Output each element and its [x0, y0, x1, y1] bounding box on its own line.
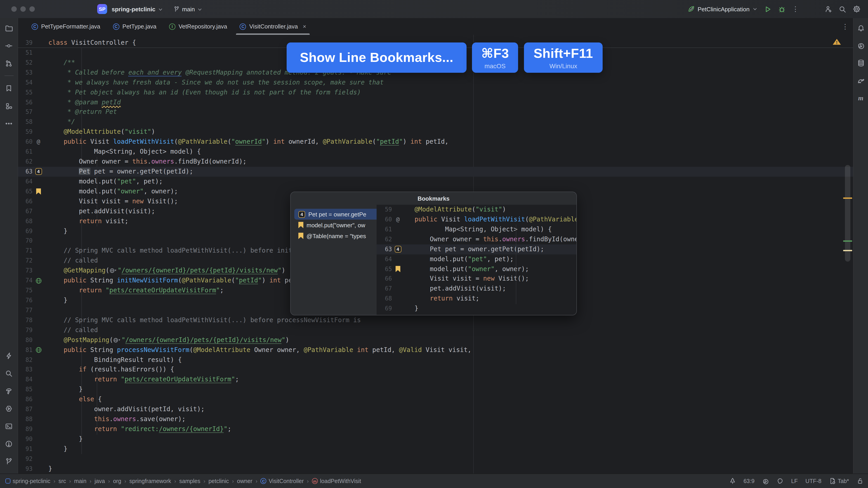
line-number[interactable]: 66 [377, 274, 392, 284]
line-number[interactable]: 68 [377, 294, 392, 304]
bookmark-mnemonic-4-icon[interactable]: 4 [395, 246, 401, 253]
pine-tree-status-icon[interactable] [729, 478, 736, 484]
window-zoom-button[interactable] [29, 6, 35, 12]
code-line-85[interactable]: 85} [18, 385, 853, 395]
ai-status-widget[interactable] [762, 478, 769, 484]
notifications-tool-button[interactable] [855, 21, 867, 34]
code-line-57[interactable]: 57* @return Pet [18, 107, 853, 117]
line-number[interactable]: 74 [18, 275, 33, 286]
code-line-78[interactable]: 78// Spring MVC calls method loadPetWith… [18, 315, 853, 325]
run-button[interactable] [764, 5, 772, 13]
breadcrumb-java[interactable]: java [94, 478, 105, 484]
tab-visitcontroller-java[interactable]: CVisitController.java× [234, 18, 313, 35]
code-line-93[interactable]: 93} [18, 464, 853, 474]
line-number[interactable]: 88 [18, 414, 33, 424]
bookmarks-tool-button[interactable] [2, 82, 15, 94]
line-number[interactable]: 91 [18, 444, 33, 454]
line-number[interactable]: 69 [377, 304, 392, 314]
line-number[interactable]: 64 [377, 254, 392, 264]
breadcrumb-spring-petclinic[interactable]: spring-petclinic [5, 478, 51, 484]
line-number[interactable]: 85 [18, 385, 33, 395]
url-mapping-gutter-icon[interactable] [33, 275, 44, 286]
bookmark-flag-icon[interactable] [395, 266, 400, 272]
breadcrumb-petclinic[interactable]: petclinic [209, 478, 229, 484]
tab-pettypeformatter-java[interactable]: CPetTypeFormatter.java [25, 18, 107, 35]
structure-tool-button[interactable] [2, 99, 15, 112]
bookmark-list-item[interactable]: @Table(name = "types [294, 230, 377, 241]
line-number[interactable]: 86 [18, 394, 33, 404]
code-line-63[interactable]: 634Pet pet = owner.getPet(petId); [377, 244, 577, 254]
tab-options-button[interactable]: ⋮ [842, 18, 848, 35]
plugin-status-widget[interactable] [777, 478, 783, 484]
endpoints-tool-button[interactable] [2, 349, 15, 362]
line-separator-widget[interactable]: LF [791, 478, 798, 484]
line-number[interactable]: 59 [377, 205, 392, 215]
code-line-58[interactable]: 58*/ [18, 117, 853, 127]
line-number[interactable]: 64 [18, 177, 33, 187]
maven-tool-button[interactable]: m [855, 92, 867, 104]
code-line-62[interactable]: 62Owner owner = this.owners.findById(own… [18, 157, 853, 167]
line-number[interactable]: 80 [18, 335, 33, 345]
code-line-81[interactable]: 81public String processNewVisitForm(@Mod… [18, 345, 853, 355]
tab-vetrepository-java[interactable]: IVetRepository.java [163, 18, 234, 35]
line-number[interactable]: 54 [18, 77, 33, 88]
ai-assistant-tool-button[interactable] [855, 39, 867, 52]
code-line-54[interactable]: 54* we always have fresh data - Since we… [18, 77, 853, 88]
debug-button[interactable] [778, 5, 786, 13]
line-number[interactable]: 58 [18, 117, 33, 127]
code-line-69[interactable]: 69} [377, 304, 577, 314]
project-selector[interactable]: spring-petclinic [112, 6, 163, 12]
window-minimize-button[interactable] [20, 6, 26, 12]
code-line-56[interactable]: 56* @param petId [18, 97, 853, 107]
breadcrumb-springframework[interactable]: springframework [129, 478, 171, 484]
code-line-68[interactable]: 68return visit; [377, 294, 577, 304]
line-number[interactable]: 66 [18, 197, 33, 206]
more-tool-windows-button[interactable] [2, 117, 15, 130]
bookmark-list-item[interactable]: 4Pet pet = owner.getPe [294, 209, 377, 220]
line-number[interactable]: 65 [377, 264, 392, 274]
code-line-84[interactable]: 84return "pets/createOrUpdateVisitForm"; [18, 375, 853, 385]
window-close-button[interactable] [11, 6, 17, 12]
breadcrumb-owner[interactable]: owner [237, 478, 252, 484]
line-number[interactable]: 78 [18, 315, 33, 325]
code-line-64[interactable]: 64model.put("pet", pet); [18, 177, 853, 187]
line-number[interactable]: 70 [18, 236, 33, 246]
breadcrumb-visitcontroller[interactable]: CVisitController [260, 478, 304, 484]
breadcrumb-main[interactable]: main [74, 478, 86, 484]
commit-tool-button[interactable] [2, 39, 15, 52]
code-line-65[interactable]: 65model.put("owner", owner); [377, 264, 577, 274]
code-line-79[interactable]: 79// called [18, 325, 853, 335]
code-line-86[interactable]: 86else { [18, 394, 853, 404]
line-number[interactable]: 73 [18, 266, 33, 275]
code-line-87[interactable]: 87owner.addVisit(petId, visit); [18, 404, 853, 414]
line-number[interactable]: 53 [18, 68, 33, 78]
url-mapping-gutter-icon[interactable] [33, 345, 44, 355]
bookmark-mnemonic-4-icon[interactable]: 4 [35, 168, 42, 175]
line-number[interactable]: 52 [18, 58, 33, 68]
more-actions-button[interactable]: ⋮ [792, 5, 799, 13]
tab-pettype-java[interactable]: CPetType.java [107, 18, 163, 35]
build-tool-button[interactable] [2, 385, 15, 397]
project-tool-button[interactable] [2, 22, 15, 34]
line-number[interactable]: 83 [18, 365, 33, 375]
breadcrumb-src[interactable]: src [59, 478, 66, 484]
line-number[interactable]: 60 [377, 215, 392, 225]
settings-gear-button[interactable] [852, 5, 861, 13]
breadcrumb-samples[interactable]: samples [179, 478, 200, 484]
code-line-89[interactable]: 89return "redirect:/owners/{ownerId}"; [18, 424, 853, 434]
line-number[interactable]: 90 [18, 434, 33, 444]
line-number[interactable]: 79 [18, 325, 33, 335]
file-encoding-widget[interactable]: UTF-8 [805, 478, 822, 484]
version-control-tool-button[interactable] [2, 455, 15, 468]
services-tool-button[interactable] [2, 402, 15, 415]
line-number[interactable]: 67 [377, 284, 392, 294]
line-number[interactable]: 62 [377, 234, 392, 245]
bookmark-list-item[interactable]: model.put("owner", ow [294, 220, 377, 230]
line-number[interactable]: 84 [18, 375, 33, 385]
code-line-60[interactable]: 60@public Visit loadPetWithVisit(@PathVa… [18, 137, 853, 147]
code-line-61[interactable]: 61Map<String, Object> model) { [377, 225, 577, 234]
bookmark-flag-icon[interactable] [36, 188, 41, 195]
indent-style-widget[interactable]: Tab* [829, 478, 849, 484]
inspections-warning-icon[interactable] [832, 38, 841, 47]
code-line-83[interactable]: 83if (result.hasErrors()) { [18, 365, 853, 375]
